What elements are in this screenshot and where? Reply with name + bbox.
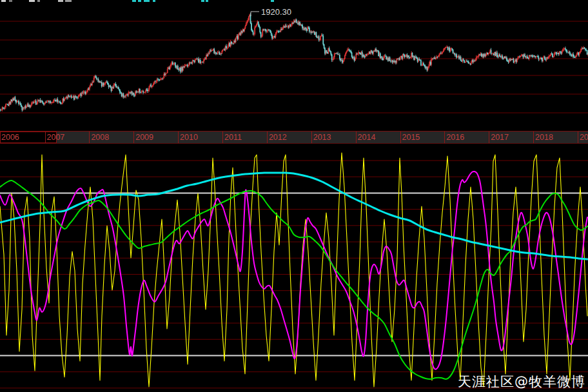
indicator-panel[interactable]: [0, 144, 588, 392]
timeline-year-label-2010[interactable]: 2010: [180, 132, 198, 142]
timeline-year-label-2013[interactable]: 2013: [313, 132, 331, 142]
timeline-year-separator: [356, 132, 357, 143]
clipped-text-fragment: [144, 0, 150, 2]
timeline-year-label-2011[interactable]: 2011: [224, 132, 242, 142]
timeline-year-label-2015[interactable]: 2015: [402, 132, 420, 142]
clipped-text-fragment: [132, 0, 136, 2]
timeline-year-label-2008[interactable]: 2008: [91, 132, 109, 142]
timeline-year-label-2018[interactable]: 2018: [535, 132, 553, 142]
watermark: 天涯社区@牧羊微博: [458, 373, 585, 391]
timeline-year-label-2012[interactable]: 2012: [269, 132, 287, 142]
timeline-year-separator: [89, 132, 90, 143]
trading-chart-app: 1920.30 20062007200820092010201120122013…: [0, 0, 588, 392]
timeline-year-separator: [45, 132, 46, 143]
timeline-year-separator: [400, 132, 401, 143]
timeline-year-label-2017[interactable]: 2017: [491, 132, 509, 142]
oscillator-chart[interactable]: [0, 144, 588, 392]
price-gridlines: [0, 21, 588, 113]
candlestick-chart[interactable]: 1920.30: [0, 0, 588, 131]
timeline-year-separator: [489, 132, 489, 143]
peak-price-label: 1920.30: [261, 7, 291, 17]
clipped-text-fragment: [138, 0, 141, 2]
clipped-text-fragment: [201, 0, 204, 2]
timeline-bar[interactable]: 2006200720082009201020112012201320142015…: [0, 131, 588, 144]
annotation-leader-line: [251, 12, 259, 16]
timeline-year-separator: [533, 132, 534, 143]
peak-annotation: 1920.30: [251, 7, 291, 17]
timeline-year-label-2006[interactable]: 2006: [1, 132, 19, 142]
timeline-year-separator: [444, 132, 445, 143]
price-chart-panel[interactable]: 1920.30: [0, 0, 588, 131]
timeline-year-separator: [311, 132, 312, 143]
timeline-year-label-2014[interactable]: 2014: [358, 132, 376, 142]
timeline-year-separator: [222, 132, 223, 143]
timeline-year-separator: [133, 132, 134, 143]
oscillator-fast-yellow: [0, 153, 587, 387]
timeline-year-separator: [578, 132, 578, 143]
clipped-text-fragment: [206, 0, 208, 2]
clipped-text-fragment: [58, 0, 63, 2]
timeline-year-label-2007[interactable]: 2007: [47, 132, 65, 142]
candles-layer: [1, 13, 588, 112]
timeline-year-separator: [178, 132, 179, 143]
clipped-text-fragment: [65, 0, 72, 2]
clipped-indicator-labels: [1, 0, 274, 2]
timeline-year-separator: [267, 132, 268, 143]
clipped-text-fragment: [29, 0, 35, 2]
clipped-text-fragment: [37, 0, 40, 2]
clipped-text-fragment: [271, 0, 274, 2]
oscillator-lines: [0, 153, 587, 387]
timeline-year-label-2019[interactable]: 2019: [580, 132, 588, 142]
timeline-year-label-2009[interactable]: 2009: [135, 132, 153, 142]
clipped-text-fragment: [9, 0, 12, 2]
clipped-text-fragment: [1, 0, 6, 2]
clipped-text-fragment: [153, 0, 155, 2]
timeline-year-label-2016[interactable]: 2016: [446, 132, 464, 142]
